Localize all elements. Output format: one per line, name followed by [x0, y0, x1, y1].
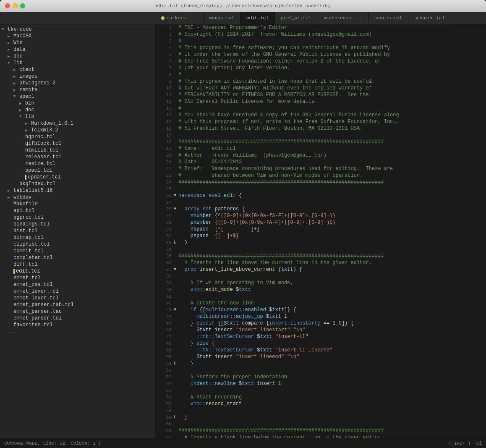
tree-data[interactable]: ▶ data: [0, 46, 155, 53]
tree-tclxml[interactable]: ▶ Tclxml3.2: [0, 127, 155, 134]
fold-arrow[interactable]: L: [172, 360, 178, 367]
tab-search[interactable]: search.tcl: [368, 12, 408, 24]
tree-lib[interactable]: ▼ lib: [0, 60, 155, 66]
tree-markdown[interactable]: ▶ Markdown_1.0.1: [0, 120, 155, 127]
fold-arrow[interactable]: [172, 320, 178, 327]
tree-images[interactable]: ▶ images: [0, 73, 155, 80]
fold-arrow[interactable]: [172, 58, 178, 65]
fold-arrow[interactable]: [172, 273, 178, 280]
tree-specl-bin[interactable]: ▶ bin: [0, 100, 155, 107]
fold-arrow[interactable]: [172, 401, 178, 407]
fold-arrow[interactable]: [172, 246, 178, 253]
fold-arrow[interactable]: [172, 85, 178, 92]
tree-emmet-lexer-fcl[interactable]: emmet_lexer.fcl: [0, 288, 155, 295]
fold-arrow[interactable]: [172, 159, 178, 165]
tree-bgproc[interactable]: bgproc.tcl: [0, 134, 155, 140]
tree-win[interactable]: ▶ Win: [0, 39, 155, 46]
tab-preference[interactable]: preference....: [317, 12, 368, 24]
fold-arrow[interactable]: [172, 172, 178, 179]
tab-edit[interactable]: edit.tcl: [240, 12, 275, 24]
fold-arrow[interactable]: [172, 380, 178, 387]
tree-commit[interactable]: commit.tcl: [0, 248, 155, 254]
fold-arrow[interactable]: [172, 31, 178, 38]
fold-arrow[interactable]: [172, 374, 178, 380]
tree-favorites[interactable]: favorites.tcl: [0, 322, 155, 328]
tree-root[interactable]: ▼ tke-code: [0, 26, 155, 33]
minimize-button[interactable]: [13, 3, 18, 8]
fold-arrow[interactable]: [172, 98, 178, 105]
tree-gifblock[interactable]: gifblock.tcl: [0, 140, 155, 147]
tree-emmet[interactable]: emmet.tcl: [0, 275, 155, 281]
fold-arrow[interactable]: [172, 186, 178, 192]
tree-doc[interactable]: ▶ doc: [0, 53, 155, 60]
tree-htmllib[interactable]: htmllib.tcl: [0, 147, 155, 154]
fold-arrow[interactable]: [172, 280, 178, 286]
fold-arrow[interactable]: [172, 92, 178, 98]
tree-makefile[interactable]: Makefile: [0, 201, 155, 207]
fold-arrow[interactable]: [172, 219, 178, 226]
tree-updater-specl[interactable]: updater.tcl: [0, 174, 155, 181]
tab-updater[interactable]: updater.tcl: [408, 12, 451, 24]
fold-arrow[interactable]: [172, 340, 178, 347]
tree-bitmap[interactable]: bitmap.tcl: [0, 234, 155, 241]
fold-arrow[interactable]: L: [172, 239, 178, 246]
tree-resize[interactable]: resize.tcl: [0, 160, 155, 167]
fold-arrow[interactable]: L: [172, 414, 178, 421]
tree-bindings[interactable]: bindings.tcl: [0, 221, 155, 228]
fold-arrow[interactable]: [172, 387, 178, 394]
fold-arrow[interactable]: [172, 300, 178, 307]
fold-arrow[interactable]: [172, 367, 178, 374]
tree-api[interactable]: api.tcl: [0, 207, 155, 214]
tree-emmet-parser-tac[interactable]: emmet_parser.tac: [0, 308, 155, 315]
fold-arrow[interactable]: ▼: [172, 266, 178, 273]
tree-completer[interactable]: completer.tcl: [0, 254, 155, 261]
fold-arrow[interactable]: [172, 45, 178, 51]
fold-arrow[interactable]: [172, 125, 178, 132]
fold-arrow[interactable]: [172, 421, 178, 427]
fold-arrow[interactable]: ▼: [172, 206, 178, 212]
fold-arrow[interactable]: [172, 233, 178, 239]
fold-arrow[interactable]: [172, 179, 178, 186]
fold-arrow[interactable]: [172, 286, 178, 293]
fold-arrow[interactable]: [172, 38, 178, 45]
tree-specl-doc[interactable]: ▶ doc: [0, 107, 155, 113]
fold-arrow[interactable]: [172, 145, 178, 152]
fold-arrow[interactable]: [172, 51, 178, 58]
fold-arrow[interactable]: ▼: [172, 192, 178, 199]
tree-emmet-parser[interactable]: emmet_parser.tcl: [0, 315, 155, 322]
tab-markers[interactable]: markers....: [155, 12, 204, 24]
fold-arrow[interactable]: [172, 118, 178, 125]
tree-specl-lib[interactable]: ▼ lib: [0, 113, 155, 120]
fold-arrow[interactable]: [172, 293, 178, 300]
fold-arrow[interactable]: [172, 212, 178, 219]
close-button[interactable]: [5, 3, 10, 8]
fold-arrow[interactable]: [172, 407, 178, 414]
tree-macosx[interactable]: ▶ MacOSX: [0, 33, 155, 39]
tree-cliphist[interactable]: cliphist.tcl: [0, 241, 155, 248]
fold-arrow[interactable]: [172, 347, 178, 354]
tree-pkgindex[interactable]: pkgIndex.tcl: [0, 181, 155, 187]
fold-arrow[interactable]: [172, 394, 178, 401]
maximize-button[interactable]: [20, 3, 25, 8]
tree-more[interactable]: ...: [0, 328, 155, 335]
fold-arrow[interactable]: [172, 259, 178, 266]
fold-arrow[interactable]: [172, 313, 178, 320]
tree-emmet-lexer[interactable]: emmet_lexer.tcl: [0, 295, 155, 301]
fold-arrow[interactable]: [172, 139, 178, 145]
fold-arrow[interactable]: [172, 112, 178, 118]
tree-bist[interactable]: bist.tcl: [0, 228, 155, 234]
tree-bgproc2[interactable]: bgproc.tcl: [0, 214, 155, 221]
tree-emmet-css[interactable]: emmet_css.tcl: [0, 281, 155, 288]
fold-arrow[interactable]: [172, 427, 178, 434]
tree-webdav[interactable]: ▶ webdav: [0, 194, 155, 201]
tree-emmet-parser-tab[interactable]: emmet_parser.tab.tcl: [0, 301, 155, 308]
tree-specl-tcl[interactable]: specl.tcl: [0, 167, 155, 174]
tree-tablelist[interactable]: ▶ tablelist5.16: [0, 187, 155, 194]
tree-diff[interactable]: diff.tcl: [0, 261, 155, 268]
fold-arrow[interactable]: ▼: [172, 307, 178, 313]
tree-edit[interactable]: edit.tcl: [0, 268, 155, 275]
fold-arrow[interactable]: [172, 71, 178, 78]
fold-arrow[interactable]: [172, 132, 178, 139]
tab-prefui[interactable]: pref_ui.tcl: [275, 12, 318, 24]
fold-arrow[interactable]: [172, 354, 178, 360]
